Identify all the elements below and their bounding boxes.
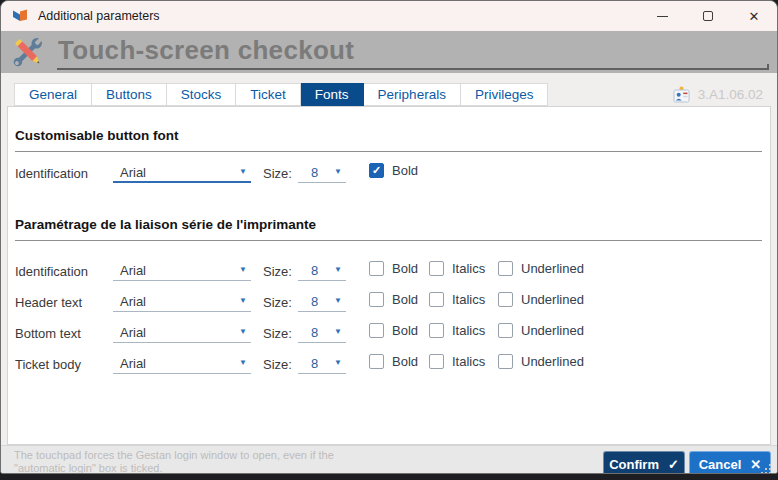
page-title: Touch-screen checkout [58,35,354,66]
chevron-down-icon: ▼ [239,328,247,336]
size-dropdown[interactable]: 8▼ [298,260,346,281]
id-badge-icon [673,86,690,103]
section-title: Customisable button font [15,128,770,145]
checkbox-label: Bold [392,163,418,178]
checkbox-underlined[interactable]: Underlined [498,261,584,276]
window-title: Additional parameters [38,9,160,23]
checkbox-box: ✓ [369,163,384,178]
tab-bar: GeneralButtonsStocksTicketFontsPeriphera… [14,83,548,106]
font-dropdown-value: Arial [120,263,146,278]
size-dropdown-value: 8 [311,325,318,340]
app-logo-icon [12,8,28,24]
x-icon: ✕ [750,458,761,471]
checkbox-italics[interactable]: Italics [429,323,485,338]
font-dropdown[interactable]: Arial▼ [113,162,251,183]
close-icon: ✕ [749,10,760,23]
row-label: Identification [15,264,88,279]
checkbox-box [429,292,444,307]
font-setting-row: IdentificationArial▼Size:8▼BoldItalicsUn… [8,256,770,287]
checkbox-label: Italics [452,261,485,276]
section-divider [15,240,762,241]
resize-grip-icon[interactable] [761,462,773,474]
checkbox-italics[interactable]: Italics [429,292,485,307]
checkbox-italics[interactable]: Italics [429,354,485,369]
chevron-down-icon: ▼ [239,297,247,305]
chevron-down-icon: ▼ [334,297,342,305]
font-dropdown-value: Arial [120,356,146,371]
font-dropdown-value: Arial [120,165,146,180]
checkbox-bold[interactable]: ✓Bold [369,163,418,178]
header-underline [57,68,769,70]
pencil-wrench-icon [9,33,47,71]
tab-stocks[interactable]: Stocks [167,83,237,106]
checkbox-box [369,292,384,307]
size-dropdown[interactable]: 8▼ [298,291,346,312]
checkbox-underlined[interactable]: Underlined [498,292,584,307]
check-icon: ✓ [668,458,679,471]
font-setting-row: Bottom textArial▼Size:8▼BoldItalicsUnder… [8,318,770,349]
size-dropdown[interactable]: 8▼ [298,162,346,183]
checkbox-box [498,292,513,307]
checkbox-label: Bold [392,261,418,276]
cancel-label: Cancel [699,457,742,472]
size-dropdown-value: 8 [311,263,318,278]
checkbox-box [498,323,513,338]
chevron-down-icon: ▼ [334,168,342,176]
confirm-button[interactable]: Confirm ✓ [603,451,685,474]
chevron-down-icon: ▼ [334,328,342,336]
chevron-down-icon: ▼ [334,266,342,274]
chevron-down-icon: ▼ [239,266,247,274]
checkbox-bold[interactable]: Bold [369,292,418,307]
font-dropdown[interactable]: Arial▼ [113,260,251,281]
confirm-label: Confirm [609,457,659,472]
checkbox-bold[interactable]: Bold [369,261,418,276]
size-label: Size: [263,295,292,310]
checkbox-box [429,354,444,369]
checkbox-label: Bold [392,292,418,307]
minimize-icon [657,16,668,17]
font-dropdown[interactable]: Arial▼ [113,353,251,374]
status-text: The touchpad forces the Gestan login win… [14,449,334,474]
font-dropdown-value: Arial [120,294,146,309]
font-dropdown-value: Arial [120,325,146,340]
checkbox-box [498,261,513,276]
checkbox-box [498,354,513,369]
section-rows: IdentificationArial▼Size:8▼✓Bold [8,158,770,189]
font-dropdown[interactable]: Arial▼ [113,291,251,312]
size-dropdown[interactable]: 8▼ [298,322,346,343]
checkbox-label: Bold [392,323,418,338]
checkbox-label: Bold [392,354,418,369]
version-label: 3.A1.06.02 [698,87,763,102]
page-header: Touch-screen checkout [1,31,777,73]
checkbox-bold[interactable]: Bold [369,354,418,369]
dialog-window: Additional parameters ✕ Touc [0,0,778,474]
row-label: Identification [15,166,88,181]
size-dropdown[interactable]: 8▼ [298,353,346,374]
font-setting-row: Ticket bodyArial▼Size:8▼BoldItalicsUnder… [8,349,770,380]
tab-buttons[interactable]: Buttons [92,83,167,106]
checkbox-label: Italics [452,354,485,369]
tab-privileges[interactable]: Privileges [461,83,549,106]
tab-peripherals[interactable]: Peripherals [364,83,461,106]
chevron-down-icon: ▼ [239,168,247,176]
checkbox-underlined[interactable]: Underlined [498,354,584,369]
tab-fonts[interactable]: Fonts [301,83,364,106]
status-line-2: "automatic login" box is ticked. [14,462,334,474]
cancel-button[interactable]: Cancel ✕ [689,451,771,474]
checkbox-bold[interactable]: Bold [369,323,418,338]
maximize-button[interactable] [685,1,731,31]
tab-ticket[interactable]: Ticket [236,83,301,106]
tab-general[interactable]: General [14,83,92,106]
close-button[interactable]: ✕ [731,1,777,31]
checkbox-label: Underlined [521,323,584,338]
font-dropdown[interactable]: Arial▼ [113,322,251,343]
checkbox-label: Italics [452,323,485,338]
checkbox-underlined[interactable]: Underlined [498,323,584,338]
checkbox-box [369,354,384,369]
minimize-button[interactable] [639,1,685,31]
row-label: Bottom text [15,326,81,341]
checkbox-box [429,323,444,338]
checkbox-italics[interactable]: Italics [429,261,485,276]
chevron-down-icon: ▼ [239,359,247,367]
checkbox-box [369,261,384,276]
